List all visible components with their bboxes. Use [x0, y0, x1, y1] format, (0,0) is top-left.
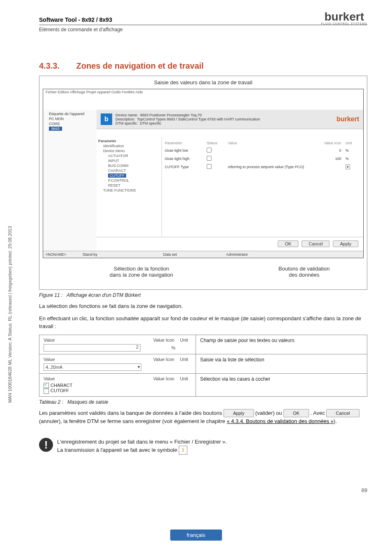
- dtm-header: b Device name: 8693 Positioner Prozessre…: [97, 110, 363, 129]
- header-title: Software Tool - 8x92 / 8x93: [39, 16, 367, 23]
- checkbox-cutoff[interactable]: [44, 388, 49, 394]
- logo-text: burkert: [321, 12, 367, 21]
- warning-icon: !: [39, 438, 53, 452]
- figure-caption: Figure 11 : Affichage écran d'un DTM Bür…: [39, 292, 367, 298]
- status-icon: [207, 164, 212, 169]
- apply-button-inline[interactable]: Apply: [224, 409, 254, 418]
- mask-desc-list: Saisie via la liste de sélection: [196, 354, 367, 373]
- logo-tagline: FLUID CONTROL SYSTEMS: [321, 22, 367, 25]
- status-icon: [207, 156, 212, 161]
- mask-table: ValueValue IconUnit 2% Champ de saisie p…: [39, 335, 367, 397]
- device-icon: b: [101, 113, 112, 125]
- section-number: 4.3.3.: [39, 61, 74, 71]
- device-desc-label: Description: TopControl Types 8693 / Sid…: [115, 117, 260, 121]
- mask-desc-check: Sélection via les cases à cocher: [196, 373, 367, 396]
- col-value: Value: [226, 140, 270, 146]
- chevron-down-icon[interactable]: ▾: [346, 164, 350, 169]
- figure-top-caption: Saisie des valeurs dans la zone de trava…: [43, 79, 364, 86]
- nav-root[interactable]: Parameter: [98, 139, 160, 143]
- nav-devmenu[interactable]: Device Menu: [98, 148, 160, 153]
- upload-icon: ⇧: [179, 446, 187, 455]
- mask-desc-text: Champ de saisie pour les textes ou valeu…: [196, 335, 367, 354]
- tree-pcmon[interactable]: PC MON: [46, 116, 99, 121]
- tree-root[interactable]: Étiquette de l'appareil: [46, 111, 99, 116]
- nav-zone: Parameter Identification Device Menu ACT…: [97, 137, 162, 236]
- burkert-logo: burkert FLUID CONTROL SYSTEMS: [321, 12, 367, 25]
- panel-logo: burkert: [337, 116, 359, 123]
- nav-input[interactable]: INPUT: [98, 158, 160, 163]
- nav-buscomm[interactable]: BUS.COMM: [98, 163, 160, 168]
- note-line-1: L'enregistrement du projet se fait dans …: [57, 438, 227, 446]
- device-name-label: Device name: 8693 Positioner Prozessregl…: [115, 113, 260, 117]
- paragraph-1: La sélection des fonctions se fait dans …: [39, 302, 367, 310]
- header-rule: [39, 25, 367, 25]
- paragraph-2: En effectuant un clic, la fonction souha…: [39, 314, 367, 331]
- nav-ident[interactable]: Identification: [98, 143, 160, 148]
- note-line-2: La transmission à l'appareil se fait ave…: [57, 446, 227, 455]
- tree-device[interactable]: 8693: [46, 126, 99, 131]
- apply-button[interactable]: Apply: [333, 240, 358, 247]
- device-dtm-label: DTM specific: DTM specific: [115, 121, 260, 125]
- status-icon: [207, 148, 212, 153]
- page-number: 89: [362, 487, 367, 493]
- shot-titlebar: Fichier Edition Affichage Projet Apparei…: [46, 90, 143, 94]
- side-doc-id: MAN 1000184628 ML Version: A Status: RL …: [7, 226, 12, 403]
- col-status: Status: [205, 140, 225, 146]
- table-row: CUTOFF Type referring to process setpoin…: [163, 163, 358, 171]
- mask-cell-text: ValueValue IconUnit 2%: [39, 335, 196, 354]
- header-subtitle: Eléments de commande et d'affichage: [39, 27, 367, 32]
- nav-reset[interactable]: RESET: [98, 183, 160, 188]
- chevron-down-icon: ▾: [138, 364, 140, 370]
- link-chapter[interactable]: « 4.3.4. Boutons de validation des donné…: [227, 418, 334, 424]
- note-box: ! L'enregistrement du projet se fait dan…: [39, 438, 367, 455]
- callout-left: Sélection de la fonctiondans la zone de …: [96, 266, 187, 278]
- tree-com[interactable]: COM3: [46, 121, 99, 126]
- section-heading: 4.3.3. Zones de navigation et de travail: [39, 61, 367, 71]
- table-caption: Tableau 2 : Masques de saisie: [39, 399, 367, 405]
- page-header: Software Tool - 8x92 / 8x93 Eléments de …: [39, 16, 367, 32]
- col-param: Parameter: [163, 140, 204, 146]
- button-bar: OK Cancel Apply: [97, 237, 363, 250]
- col-unit: Unit: [344, 140, 358, 146]
- cancel-button[interactable]: Cancel: [302, 240, 330, 247]
- col-valueicon: Value Icon: [271, 140, 343, 146]
- nav-charact[interactable]: CHARACT: [98, 168, 160, 173]
- cancel-button-inline[interactable]: Cancel: [326, 409, 359, 418]
- ok-button[interactable]: OK: [278, 240, 298, 247]
- callout-right: Boutons de validationdes données: [261, 266, 347, 278]
- work-zone: Parameter Status Value Value Icon Unit c…: [158, 137, 363, 236]
- mask-cell-check: ValueValue IconUnit CHARACT CUTOFF: [39, 373, 196, 396]
- param-table: Parameter Status Value Value Icon Unit c…: [162, 139, 359, 171]
- section-title: Zones de navigation et de travail: [76, 61, 204, 70]
- nav-cutoff[interactable]: CUTOFF: [98, 173, 160, 178]
- figure-container: Saisie des valeurs dans la zone de trava…: [39, 76, 367, 290]
- dropdown[interactable]: 4..20mA▾: [44, 363, 141, 371]
- text-input[interactable]: 2: [44, 344, 141, 352]
- nav-pcontrol[interactable]: P.CONTROL: [98, 178, 160, 183]
- shot-statusbar: <NONAME> Stand-by Data set Administrator: [43, 251, 363, 258]
- nav-tune[interactable]: TUNE FUNCTIONS: [98, 188, 160, 193]
- dtm-screenshot: Fichier Edition Affichage Projet Apparei…: [43, 89, 364, 258]
- paragraph-3: Les paramètres sont validés dans la banq…: [39, 409, 367, 426]
- table-row: close tight high 100%: [163, 155, 358, 162]
- dtm-panel: b Device name: 8693 Positioner Prozessre…: [97, 110, 363, 250]
- checkbox-charact[interactable]: [44, 383, 49, 388]
- mask-cell-list: ValueValue IconUnit 4..20mA▾: [39, 354, 196, 373]
- nav-actuator[interactable]: ACTUATOR: [98, 153, 160, 158]
- language-badge: français: [170, 530, 222, 541]
- table-row: close tight low 0%: [163, 147, 358, 154]
- ok-button-inline[interactable]: OK: [284, 409, 309, 418]
- project-tree: Étiquette de l'appareil PC MON COM3 8693: [43, 110, 102, 250]
